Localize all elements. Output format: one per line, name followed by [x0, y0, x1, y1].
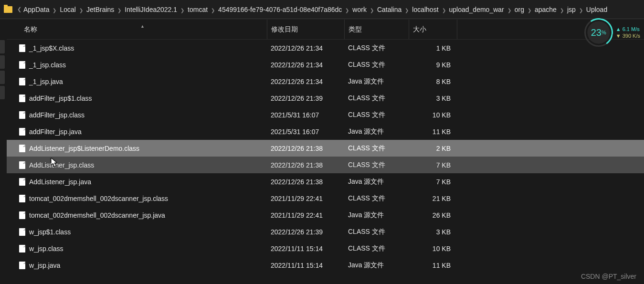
- table-row[interactable]: _1_jsp.java2022/12/26 21:34Java 源文件8 KB: [7, 73, 644, 90]
- breadcrumb-back-chevron-icon[interactable]: ❮: [15, 6, 23, 12]
- edge-tab[interactable]: [0, 86, 5, 99]
- down-arrow-icon: ▼: [616, 33, 623, 39]
- file-date: 2022/12/26 21:34: [267, 78, 344, 85]
- breadcrumb-segment[interactable]: work: [352, 6, 367, 13]
- file-size: 3 KB: [409, 228, 457, 236]
- edge-tab[interactable]: [0, 55, 5, 69]
- table-row[interactable]: addFilter_jsp$1.class2022/12/26 21:39CLA…: [7, 90, 644, 106]
- net-down-value: 390: [623, 33, 631, 39]
- breadcrumb-segment[interactable]: tomcat: [188, 6, 208, 13]
- file-icon: [19, 128, 25, 136]
- table-row[interactable]: AddListener_jsp.class2022/12/26 21:38CLA…: [7, 157, 644, 173]
- file-icon: [19, 44, 25, 52]
- chevron-right-icon: ❯: [576, 8, 586, 13]
- table-row[interactable]: w_jsp.class2022/11/11 15:14CLASS 文件10 KB: [7, 240, 644, 257]
- file-date: 2022/12/26 21:34: [267, 44, 344, 52]
- breadcrumb-segment[interactable]: upload_demo_war: [449, 6, 504, 13]
- file-size: 2 KB: [409, 145, 457, 152]
- column-header-type[interactable]: 类型: [344, 20, 409, 39]
- net-down-unit: K/s: [633, 33, 640, 39]
- file-date: 2021/11/29 22:41: [267, 211, 344, 219]
- table-row[interactable]: addFilter_jsp.java2021/5/31 16:07Java 源文…: [7, 123, 644, 140]
- table-row[interactable]: tomcat_002dmemshell_002dscanner_jsp.clas…: [7, 190, 644, 207]
- column-header-date[interactable]: 修改日期: [267, 20, 344, 39]
- file-date: 2021/11/29 22:41: [267, 195, 344, 202]
- table-row[interactable]: addFilter_jsp.class2021/5/31 16:07CLASS …: [7, 106, 644, 123]
- up-arrow-icon: ▲: [616, 26, 623, 32]
- file-date: 2022/12/26 21:38: [267, 145, 344, 152]
- table-row[interactable]: AddListener_jsp.java2022/12/26 21:38Java…: [7, 173, 644, 190]
- file-name: w_jsp.class: [29, 245, 63, 252]
- column-header-name[interactable]: 名称 ▲: [7, 25, 267, 34]
- breadcrumb-segment[interactable]: jsp: [567, 6, 576, 13]
- file-type: CLASS 文件: [344, 194, 409, 203]
- file-name: tomcat_002dmemshell_002dscanner_jsp.java: [29, 211, 165, 219]
- file-icon: [19, 145, 25, 152]
- file-icon: [19, 195, 25, 202]
- file-type: CLASS 文件: [344, 44, 409, 53]
- chevron-right-icon: ❯: [524, 8, 535, 13]
- file-size: 9 KB: [409, 61, 457, 69]
- file-type: Java 源文件: [344, 211, 409, 220]
- network-meter: 23% ▲ 6.1 M/s ▼ 390 K/s: [584, 18, 640, 47]
- file-name: addFilter_jsp$1.class: [29, 95, 92, 102]
- file-date: 2022/11/11 15:14: [267, 245, 344, 252]
- file-size: 10 KB: [409, 245, 457, 252]
- network-stats: ▲ 6.1 M/s ▼ 390 K/s: [616, 26, 640, 39]
- breadcrumb-segment[interactable]: IntelliJIdea2022.1: [125, 6, 177, 13]
- chevron-right-icon: ❯: [401, 8, 412, 13]
- file-icon: [19, 61, 25, 69]
- file-date: 2022/12/26 21:38: [267, 178, 344, 186]
- file-icon: [19, 228, 25, 236]
- column-header-size[interactable]: 大小: [409, 20, 457, 39]
- left-edge-tabs: [0, 38, 7, 101]
- watermark: CSDN @PT_silver: [581, 273, 636, 280]
- file-type: Java 源文件: [344, 178, 409, 186]
- file-icon: [19, 161, 25, 169]
- table-row[interactable]: _1_jsp$X.class2022/12/26 21:34CLASS 文件1 …: [7, 40, 644, 56]
- file-date: 2022/12/26 21:39: [267, 228, 344, 236]
- file-type: CLASS 文件: [344, 244, 409, 253]
- chevron-right-icon: ❯: [177, 8, 188, 13]
- breadcrumb-segment[interactable]: apache: [535, 6, 557, 13]
- file-icon: [19, 245, 25, 252]
- file-pane: 名称 ▲ 修改日期 类型 大小 _1_jsp$X.class2022/12/26…: [7, 20, 644, 284]
- table-row[interactable]: w_jsp$1.class2022/12/26 21:39CLASS 文件3 K…: [7, 223, 644, 240]
- network-percent-suffix: %: [602, 30, 606, 35]
- column-header-name-label: 名称: [24, 25, 37, 33]
- file-date: 2022/11/11 15:14: [267, 262, 344, 269]
- table-row[interactable]: tomcat_002dmemshell_002dscanner_jsp.java…: [7, 207, 644, 223]
- file-type: CLASS 文件: [344, 228, 409, 236]
- file-size: 21 KB: [409, 195, 457, 202]
- breadcrumb-segment[interactable]: Local: [60, 6, 75, 13]
- chevron-right-icon: ❯: [49, 8, 60, 13]
- breadcrumb-segment[interactable]: localhost: [412, 6, 438, 13]
- chevron-right-icon: ❯: [367, 8, 377, 13]
- file-name: w_jsp$1.class: [29, 228, 71, 236]
- file-type: Java 源文件: [344, 77, 409, 86]
- table-row[interactable]: AddListener_jsp$ListenerDemo.class2022/1…: [7, 140, 644, 157]
- network-percent-circle: 23%: [584, 18, 613, 47]
- file-type: CLASS 文件: [344, 161, 409, 169]
- table-row[interactable]: w_jsp.java2022/11/11 15:14Java 源文件11 KB: [7, 257, 644, 273]
- breadcrumb-segment[interactable]: Upload: [586, 6, 607, 13]
- table-row[interactable]: _1_jsp.class2022/12/26 21:34CLASS 文件9 KB: [7, 56, 644, 73]
- breadcrumb-segment[interactable]: JetBrains: [86, 6, 114, 13]
- breadcrumb-segment[interactable]: org: [515, 6, 524, 13]
- file-size: 8 KB: [409, 78, 457, 85]
- file-type: Java 源文件: [344, 127, 409, 136]
- folder-icon: [4, 6, 12, 13]
- edge-tab[interactable]: [0, 40, 5, 53]
- breadcrumb-segment[interactable]: AppData: [23, 6, 49, 13]
- chevron-right-icon: ❯: [557, 8, 567, 13]
- file-name: _1_jsp.class: [29, 61, 66, 69]
- file-name: AddListener_jsp$ListenerDemo.class: [29, 145, 139, 152]
- breadcrumb-segment[interactable]: Catalina: [377, 6, 401, 13]
- file-type: CLASS 文件: [344, 94, 409, 103]
- sort-arrow-up-icon: ▲: [140, 24, 145, 29]
- breadcrumb-segment[interactable]: 45499166-fe79-4076-a51d-08e40f7a86dc: [218, 6, 342, 13]
- breadcrumb-bar: ❮ AppData❯Local❯JetBrains❯IntelliJIdea20…: [0, 0, 644, 19]
- file-size: 10 KB: [409, 111, 457, 119]
- file-date: 2022/12/26 21:34: [267, 61, 344, 69]
- edge-tab[interactable]: [0, 71, 5, 84]
